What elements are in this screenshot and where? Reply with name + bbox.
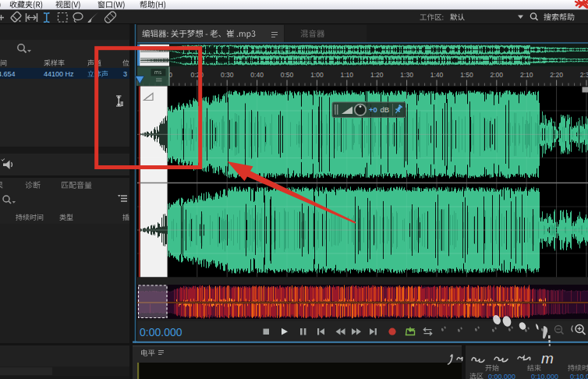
svg-text:2:30: 2:30	[580, 71, 588, 79]
svg-text:0:30: 0:30	[221, 71, 234, 79]
svg-text:dB: dB	[381, 105, 390, 114]
svg-text:1:40: 1:40	[430, 71, 444, 79]
svg-text:0:10.000: 0:10.000	[531, 373, 558, 379]
svg-text:1:20: 1:20	[370, 71, 384, 79]
svg-text:4.654: 4.654	[0, 70, 16, 78]
svg-text:2:10: 2:10	[520, 71, 533, 79]
svg-text:1:10: 1:10	[341, 71, 354, 79]
svg-text:2:00: 2:00	[491, 71, 504, 79]
svg-text:0:10.0: 0:10.0	[570, 373, 588, 379]
svg-text:2:20: 2:20	[550, 71, 563, 79]
svg-text:0:50: 0:50	[281, 71, 294, 79]
svg-text:+0: +0	[369, 105, 377, 114]
svg-text:3: 3	[123, 70, 127, 78]
svg-text:1:50: 1:50	[460, 71, 473, 79]
svg-text:44100 Hz: 44100 Hz	[44, 70, 74, 78]
svg-text:0:00.000: 0:00.000	[488, 373, 515, 379]
svg-text:0:00.000: 0:00.000	[140, 326, 182, 338]
svg-text:1:00: 1:00	[310, 71, 324, 79]
svg-text:1:30: 1:30	[400, 71, 413, 79]
svg-text:0:40: 0:40	[250, 71, 264, 79]
svg-text:m: m	[541, 350, 554, 367]
